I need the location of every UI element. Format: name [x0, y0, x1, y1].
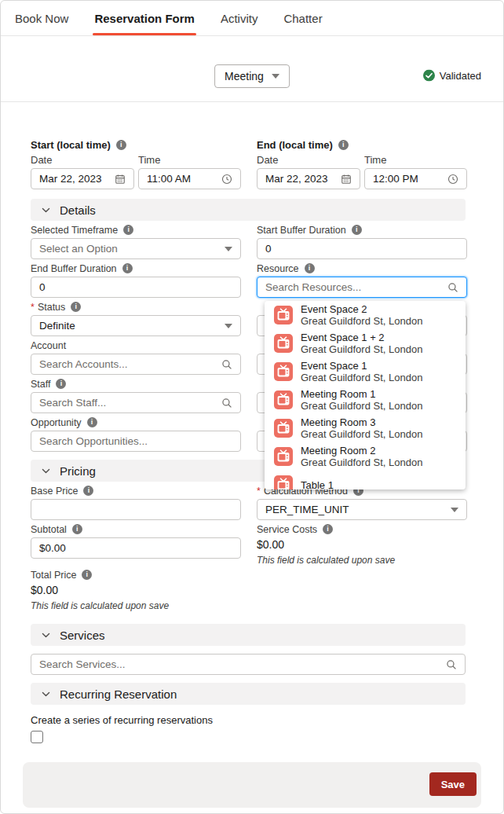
- search-icon[interactable]: [221, 359, 232, 370]
- recurring-checkbox-label: Create a series of recurring reservation…: [31, 714, 466, 726]
- section-recurring[interactable]: Recurring Reservation: [31, 683, 466, 705]
- resource-result-item[interactable]: Event Space 1 Great Guildford St, London: [265, 358, 466, 386]
- end-buffer-field: [31, 277, 241, 298]
- section-services-label: Services: [60, 629, 105, 642]
- resource-tv-icon: [274, 306, 293, 324]
- calendar-icon[interactable]: [341, 174, 352, 185]
- chevron-down-icon: [272, 74, 279, 79]
- opportunity-label: Opportunity: [31, 417, 82, 428]
- selected-timeframe-value: Select an Option: [39, 243, 118, 255]
- status-select[interactable]: Definite: [31, 315, 241, 336]
- field-start-buffer: Start Buffer Durationi: [257, 224, 467, 259]
- resource-result-address: Great Guildford St, London: [301, 372, 422, 383]
- resource-result-address: Great Guildford St, London: [301, 456, 422, 468]
- search-icon[interactable]: [446, 659, 457, 670]
- calculation-method-value: PER_TIME_UNIT: [265, 504, 349, 515]
- start-time-input[interactable]: [147, 173, 217, 185]
- start-buffer-input[interactable]: [265, 243, 458, 255]
- resource-result-item[interactable]: Event Space 1 + 2 Great Guildford St, Lo…: [265, 329, 466, 358]
- tab-book-now[interactable]: Book Now: [15, 1, 68, 35]
- info-icon[interactable]: i: [305, 263, 315, 273]
- section-services[interactable]: Services: [31, 624, 466, 646]
- end-group: End (local time) i Date Time: [257, 138, 467, 189]
- end-label-row: End (local time) i: [257, 138, 467, 151]
- account-label: Account: [31, 340, 66, 351]
- chevron-down-icon: [451, 508, 458, 512]
- recurring-checkbox[interactable]: [31, 731, 43, 743]
- selected-timeframe-select[interactable]: Select an Option: [31, 238, 241, 259]
- info-icon[interactable]: i: [56, 379, 66, 389]
- chevron-down-icon: [41, 689, 51, 699]
- info-icon[interactable]: i: [72, 524, 82, 534]
- resource-results-dropdown: Event Space 2 Great Guildford St, London…: [265, 301, 466, 490]
- section-details[interactable]: Details: [31, 199, 466, 221]
- calendar-icon[interactable]: [115, 174, 126, 185]
- info-icon[interactable]: i: [87, 417, 97, 427]
- field-selected-timeframe: Selected Timeframei Select an Option: [31, 224, 241, 259]
- start-group: Start (local time) i Date Time: [31, 138, 241, 189]
- clock-icon[interactable]: [447, 174, 458, 185]
- resource-tv-icon: [274, 475, 293, 490]
- resource-result-address: Great Guildford St, London: [301, 400, 422, 412]
- opportunity-search-field: [31, 431, 241, 452]
- tab-activity[interactable]: Activity: [221, 1, 258, 35]
- tab-bar: Book Now Reservation Form Activity Chatt…: [1, 1, 503, 36]
- field-calculation-method: Calculation Methodi PER_TIME_UNIT: [257, 485, 467, 520]
- tab-chatter[interactable]: Chatter: [283, 1, 322, 35]
- info-icon[interactable]: i: [123, 225, 133, 235]
- resource-result-item[interactable]: Meeting Room 1 Great Guildford St, Londo…: [265, 386, 466, 414]
- info-icon[interactable]: i: [338, 140, 349, 150]
- info-icon[interactable]: i: [83, 486, 93, 496]
- calculation-method-select[interactable]: PER_TIME_UNIT: [257, 499, 467, 520]
- subtotal-label: Subtotal: [31, 524, 67, 535]
- validated-label: Validated: [440, 70, 481, 82]
- resource-search-input[interactable]: [265, 281, 443, 293]
- save-button[interactable]: Save: [429, 772, 477, 796]
- start-buffer-label: Start Buffer Duration: [257, 225, 346, 236]
- opportunity-search-input[interactable]: [39, 435, 232, 447]
- info-icon[interactable]: i: [82, 570, 92, 580]
- info-icon[interactable]: i: [122, 263, 133, 273]
- account-search-field: [31, 354, 241, 375]
- validated-badge: Validated: [423, 70, 481, 82]
- info-icon[interactable]: i: [323, 524, 333, 534]
- end-buffer-input[interactable]: [39, 281, 232, 293]
- info-icon[interactable]: i: [71, 302, 81, 312]
- resource-tv-icon: [274, 419, 293, 438]
- start-time-label: Time: [138, 154, 241, 167]
- info-icon[interactable]: i: [116, 140, 126, 150]
- resource-result-address: Great Guildford St, London: [301, 315, 422, 327]
- resource-result-item[interactable]: Meeting Room 3 Great Guildford St, Londo…: [265, 414, 466, 442]
- chevron-down-icon: [41, 205, 51, 215]
- search-icon[interactable]: [447, 282, 458, 293]
- reservation-type-select[interactable]: Meeting: [214, 64, 290, 88]
- account-search-input[interactable]: [39, 358, 217, 370]
- resource-result-item[interactable]: Event Space 2 Great Guildford St, London: [265, 301, 466, 329]
- form-body: Start (local time) i Date Time: [1, 102, 503, 743]
- details-grid: Selected Timeframei Select an Option Sta…: [31, 221, 466, 452]
- staff-search-input[interactable]: [39, 397, 217, 409]
- field-opportunity: Opportunityi: [31, 416, 241, 452]
- services-search-input[interactable]: [39, 658, 441, 670]
- clock-icon[interactable]: [221, 174, 232, 185]
- end-date-input[interactable]: [265, 173, 336, 185]
- resource-result-item[interactable]: Table 1: [265, 471, 466, 490]
- field-end-buffer: End Buffer Durationi: [31, 262, 241, 298]
- base-price-input[interactable]: [39, 504, 232, 515]
- info-icon[interactable]: i: [352, 225, 362, 235]
- resource-label: Resource: [257, 263, 299, 274]
- base-price-field: [31, 499, 241, 520]
- resource-result-item[interactable]: Meeting Room 2 Great Guildford St, Londo…: [265, 442, 466, 471]
- total-price-note: This field is calculated upon save: [31, 600, 241, 611]
- resource-result-name: Meeting Room 3: [301, 416, 422, 428]
- tab-reservation-form[interactable]: Reservation Form: [94, 1, 195, 35]
- start-date-input[interactable]: [39, 173, 110, 185]
- search-icon[interactable]: [221, 398, 232, 409]
- form-header: Meeting Validated: [1, 36, 503, 102]
- field-subtotal: Subtotali: [31, 523, 241, 566]
- resource-tv-icon: [274, 447, 293, 466]
- start-date-label: Date: [31, 154, 134, 167]
- end-time-input[interactable]: [373, 173, 443, 185]
- subtotal-input[interactable]: [39, 542, 232, 554]
- start-date-field: [31, 168, 134, 189]
